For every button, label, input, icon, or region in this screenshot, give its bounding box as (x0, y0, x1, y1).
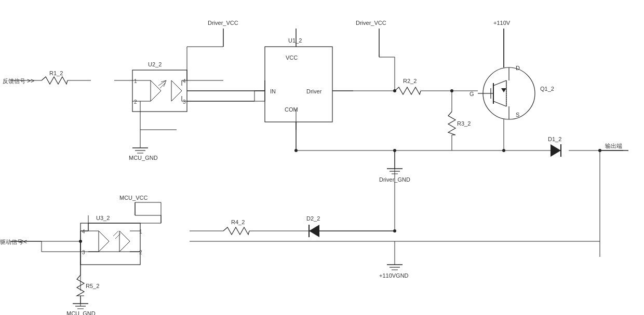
u3-pin4: 4 (82, 229, 85, 235)
d1-2-label: D1_2 (548, 136, 561, 142)
svg-line-47 (171, 80, 182, 91)
plus-110v-label: +110V (493, 20, 511, 26)
drive-signal-label: 驱动信号 (0, 239, 23, 245)
svg-line-106 (113, 231, 118, 236)
svg-line-99 (99, 241, 109, 252)
d2-2-label: D2_2 (306, 215, 320, 222)
u1-driver-label: Driver (306, 88, 322, 94)
driver-vcc-label-2: Driver_VCC (356, 20, 386, 26)
mcu-gnd-bottom-label: MCU_GND (66, 310, 96, 315)
svg-line-45 (160, 83, 165, 88)
svg-line-73 (493, 80, 506, 86)
u1-vcc-label: VCC (286, 54, 298, 61)
svg-marker-112 (309, 225, 319, 237)
svg-marker-79 (501, 88, 506, 92)
u1-com-label: COM (285, 106, 298, 113)
u3-2-label: U3_2 (96, 215, 110, 221)
svg-point-127 (393, 149, 396, 152)
schematic-diagram: R1_2 U2_2 1 2 4 3 U1_2 VCC IN Driver COM (0, 0, 644, 315)
q1-s-label: S (516, 112, 519, 118)
driver-gnd-label: Driver_GND (379, 176, 410, 183)
output-label: 输出端 (605, 143, 622, 149)
svg-rect-38 (132, 70, 187, 112)
u2-pin4: 4 (183, 78, 186, 84)
r5-2-label: R5_2 (86, 283, 99, 289)
u2-pin1: 1 (134, 78, 137, 84)
feedback-signal-label: 反馈信号 (3, 78, 25, 84)
svg-line-48 (171, 91, 182, 101)
svg-point-130 (598, 149, 601, 152)
plus-110vgnd-label: +110VGND (379, 272, 409, 279)
r1-2-label: R1_2 (49, 70, 63, 76)
r4-2-label: R4_2 (231, 219, 245, 225)
svg-marker-80 (551, 144, 561, 157)
svg-line-98 (99, 231, 109, 241)
svg-line-74 (493, 101, 506, 106)
r3-2-label: R3_2 (457, 120, 471, 127)
u3-pin3: 3 (82, 250, 85, 255)
u2-pin3: 3 (183, 99, 186, 105)
mcu-gnd-left-label: MCU_GND (129, 155, 158, 161)
u1-2-label: U1_2 (288, 37, 302, 44)
svg-point-128 (393, 229, 396, 232)
svg-point-125 (450, 89, 453, 92)
u3-pin2: 2 (139, 250, 142, 255)
svg-line-40 (151, 91, 161, 101)
svg-rect-97 (81, 223, 140, 265)
svg-rect-61 (265, 47, 332, 122)
feedback-arrow: >> (27, 77, 34, 85)
u3-pin1: 1 (139, 229, 142, 235)
r2-2-label: R2_2 (403, 78, 417, 84)
u2-pin2: 2 (134, 99, 137, 105)
u1-in-label: IN (270, 88, 276, 94)
q1-g-label: G (469, 91, 474, 97)
mcu-vcc-label: MCU_VCC (119, 195, 147, 201)
svg-line-103 (119, 231, 130, 241)
svg-line-104 (119, 241, 130, 252)
svg-point-131 (502, 149, 505, 152)
u2-2-label: U2_2 (148, 61, 162, 67)
svg-point-126 (393, 89, 396, 92)
svg-line-39 (151, 80, 161, 91)
driver-vcc-label-1: Driver_VCC (208, 20, 238, 26)
q1-d-label: D (516, 65, 520, 71)
q1-2-label: Q1_2 (540, 86, 554, 92)
